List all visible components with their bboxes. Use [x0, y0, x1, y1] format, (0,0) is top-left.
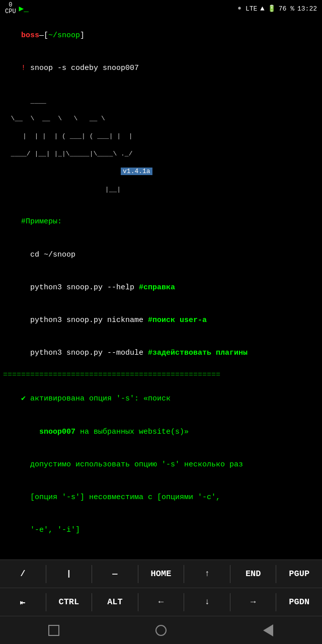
signal-icon: ▲: [260, 5, 264, 13]
key-slash[interactable]: /: [0, 560, 46, 588]
key-end[interactable]: END: [230, 560, 276, 588]
separator-line: ========================================…: [3, 370, 319, 381]
option-s-incompat2: '-e', '-i']: [3, 514, 319, 547]
nav-home[interactable]: [107, 616, 214, 644]
prompt-path-1: ~/snoop: [48, 31, 80, 40]
prompt-user-1: boss: [21, 31, 39, 40]
key-tab[interactable]: ⇤: [0, 588, 46, 616]
back-icon: [263, 624, 273, 636]
home-icon: [155, 625, 167, 636]
option-s-detail: snoop007 на выбранных website(s)»: [3, 416, 319, 448]
example-nickname: python3 snoop.py nickname #поиск user-а: [3, 304, 319, 337]
terminal-icon: ▶_: [19, 4, 29, 14]
key-up[interactable]: ↑: [184, 560, 230, 588]
nav-back[interactable]: [215, 616, 322, 644]
option-s-incompat: [опция '-s'] несовместима с [опциями '-c…: [3, 481, 319, 514]
cpu-icon: 0CPU: [5, 2, 16, 15]
lte-dot: •: [236, 3, 243, 15]
keyboard: / | — HOME ↑ END PGUP ⇤ CTRL ALT ← ↓ → P…: [0, 559, 322, 616]
local-db-line: загружена локальная база: 305_Websites_[…: [3, 549, 319, 559]
battery-icon: 🔋: [268, 5, 276, 13]
nav-recents[interactable]: [0, 616, 107, 644]
option-s-line: ✔ активирована опция '-s': «поиск: [3, 383, 319, 416]
prompt-line-1: boss—[~/snoop]: [3, 19, 319, 52]
status-bar: 0CPU ▶_ • LTE ▲ 🔋 76 % 13:22: [0, 0, 322, 17]
key-home[interactable]: HOME: [138, 560, 184, 588]
key-left[interactable]: ←: [138, 588, 184, 616]
terminal: boss—[~/snoop] ! snoop -s codeby snoop00…: [0, 17, 322, 559]
example-help: python3 snoop.py --help #справка: [3, 271, 319, 304]
clock: 13:22: [297, 5, 317, 13]
status-left: 0CPU ▶_: [5, 2, 29, 15]
example-cd: cd ~/snoop: [3, 238, 319, 271]
example-module: python3 snoop.py --module #задействовать…: [3, 337, 319, 370]
recents-icon: [48, 625, 59, 636]
lte-label: LTE: [246, 5, 257, 13]
key-alt[interactable]: ALT: [92, 588, 138, 616]
cmd-text-1: snoop -s codeby snoop007: [30, 64, 139, 72]
key-right[interactable]: →: [230, 588, 276, 616]
key-down[interactable]: ↓: [184, 588, 230, 616]
key-pgdn[interactable]: PGDN: [276, 588, 322, 616]
prompt-cmd-1: ! snoop -s codeby snoop007: [3, 52, 319, 85]
keyboard-row-2: ⇤ CTRL ALT ← ↓ → PGDN: [0, 588, 322, 616]
key-dash[interactable]: —: [92, 560, 138, 588]
examples-header: #Примеры:: [3, 206, 319, 238]
battery-level: 76 %: [279, 5, 294, 13]
option-s-note: допустимо использовать опцию '-s' нескол…: [3, 448, 319, 481]
key-pgup[interactable]: PGUP: [276, 560, 322, 588]
status-right: • LTE ▲ 🔋 76 % 13:22: [236, 3, 317, 15]
keyboard-row-1: / | — HOME ↑ END PGUP: [0, 559, 322, 588]
key-ctrl[interactable]: CTRL: [46, 588, 92, 616]
ascii-logo: ____ \__ \ __ \ \ __ \ | | | | ( ___| ( …: [3, 88, 319, 203]
version-badge: v1.4.1a: [121, 168, 152, 175]
nav-bar: [0, 616, 322, 644]
key-pipe[interactable]: |: [46, 560, 92, 588]
